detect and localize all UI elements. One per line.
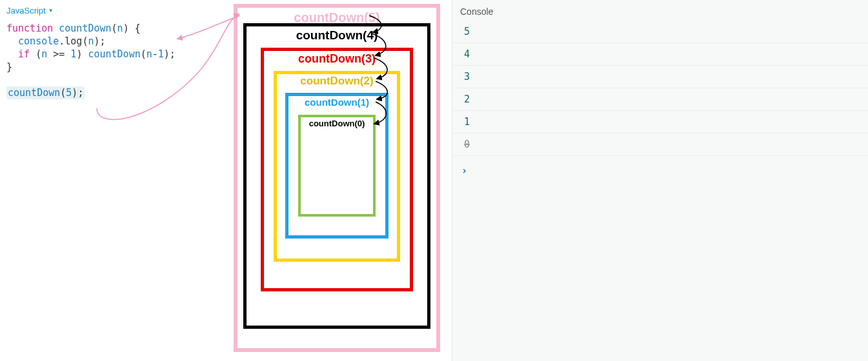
- prompt-chevron-icon: ›: [461, 165, 467, 177]
- frame-0-label: countDown(0): [301, 119, 373, 128]
- console-line-struck: 0: [452, 133, 868, 156]
- frame-0: countDown(0): [298, 115, 376, 217]
- language-picker[interactable]: JavaScript ▼: [6, 6, 54, 15]
- frame-3-label: countDown(3): [264, 52, 410, 66]
- frame-1-label: countDown(1): [288, 97, 385, 108]
- console-pane: Console 5 4 3 2 1 0 ›: [452, 0, 868, 361]
- console-prompt[interactable]: ›: [452, 156, 868, 186]
- language-label: JavaScript: [6, 6, 46, 15]
- console-line: 3: [452, 66, 868, 88]
- initial-call-highlight: countDown(5);: [6, 86, 85, 99]
- console-title: Console: [452, 0, 868, 21]
- console-line: 1: [452, 111, 868, 133]
- console-line: 2: [452, 88, 868, 111]
- console-line: 4: [452, 43, 868, 66]
- recursion-diagram: countDown(5) countDown(4) countDown(3) c…: [234, 4, 440, 352]
- chevron-down-icon: ▼: [48, 8, 54, 14]
- code-editor-pane: JavaScript ▼ function countDown(n) { con…: [0, 0, 245, 99]
- frame-2-label: countDown(2): [277, 75, 397, 88]
- console-line: 5: [452, 21, 868, 43]
- frame-4-label: countDown(4): [247, 28, 427, 43]
- source-code[interactable]: function countDown(n) { console.log(n); …: [6, 22, 239, 99]
